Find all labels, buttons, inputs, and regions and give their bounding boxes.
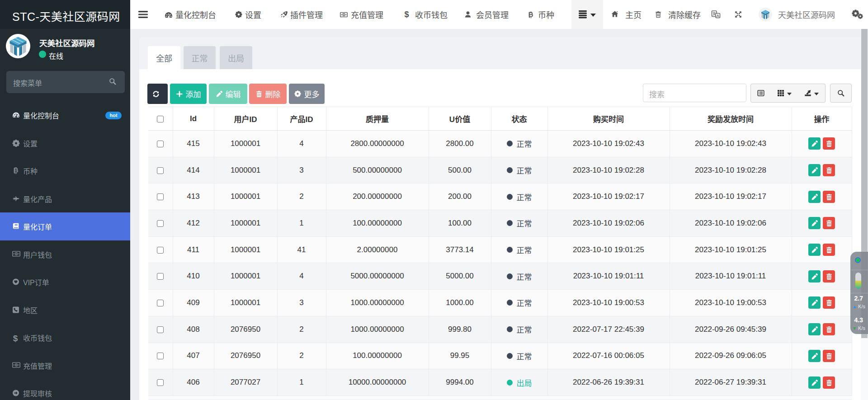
svg-text:A: A (716, 13, 719, 18)
